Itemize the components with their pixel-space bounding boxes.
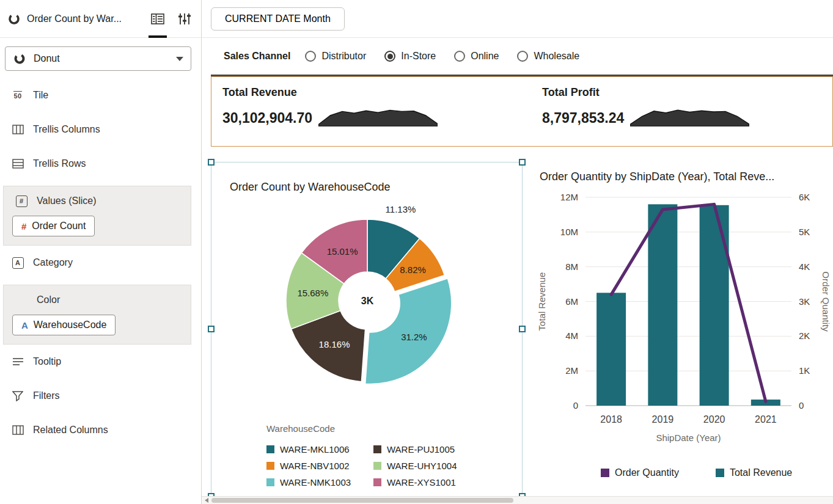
radio-label: Online (471, 51, 499, 62)
radio-option-wholesale[interactable]: Wholesale (517, 51, 579, 62)
horizontal-scrollbar[interactable] (202, 496, 833, 504)
legend-label: Total Revenue (730, 467, 792, 478)
legend-item[interactable]: WARE-PUJ1005 (373, 441, 480, 458)
legend-label: WARE-MKL1006 (280, 444, 350, 455)
radio-icon[interactable] (384, 51, 395, 62)
sidebar-item-tile[interactable]: 50 Tile (0, 78, 201, 112)
legend-swatch (601, 469, 609, 477)
values-slice-header: # Values (Slice) (4, 186, 191, 216)
canvas-area: Sales Channel Distributor In-Store Onlin… (202, 38, 833, 504)
sidebar-item-trellis-rows[interactable]: Trellis Rows (0, 147, 201, 181)
legend-label: WARE-UHY1004 (387, 461, 457, 471)
sidebar-item-tooltip[interactable]: Tooltip (0, 345, 201, 379)
sidebar-item-label: Filters (33, 390, 60, 401)
scroll-left-icon[interactable] (205, 498, 208, 503)
svg-text:0: 0 (573, 400, 578, 411)
svg-text:10M: 10M (560, 227, 578, 237)
legend-swatch (716, 469, 724, 477)
radio-icon[interactable] (305, 51, 316, 62)
tile-label: Total Profit (542, 86, 832, 99)
radio-label: Distributor (321, 51, 366, 62)
sidebar-item-trellis-columns[interactable]: Trellis Columns (0, 112, 201, 147)
radio-icon[interactable] (454, 51, 465, 62)
tiles-row: Total Revenue 30,102,904.70 Total Profit… (211, 76, 833, 147)
svg-text:15.01%: 15.01% (327, 246, 358, 257)
svg-text:6K: 6K (799, 192, 810, 202)
svg-text:6M: 6M (565, 296, 578, 307)
donut-chart[interactable]: 11.13%8.82%31.2%18.16%15.68%15.01%3K (211, 199, 523, 394)
sidebar-item-label: Related Columns (33, 425, 108, 436)
svg-text:12M: 12M (560, 192, 578, 202)
app-header: Order Count by War... CURRENT DATE Month (0, 0, 833, 38)
values-slice-section[interactable]: # Values (Slice) # Order Count (3, 186, 191, 246)
viz-type-value: Donut (34, 53, 60, 64)
svg-text:4K: 4K (799, 261, 810, 272)
legend-item[interactable]: Total Revenue (716, 467, 792, 478)
category-box-icon: A (11, 257, 24, 269)
radio-label: In-Store (401, 51, 436, 62)
legend-item[interactable]: WARE-XYS1001 (373, 474, 480, 491)
related-columns-icon (11, 425, 24, 435)
order-count-chip[interactable]: # Order Count (12, 216, 95, 236)
total-revenue-tile[interactable]: Total Revenue 30,102,904.70 (211, 77, 523, 146)
svg-text:Total Revenue: Total Revenue (537, 272, 547, 331)
tile-icon: 50 (11, 91, 24, 100)
tooltip-list-icon (11, 357, 24, 367)
legend-item[interactable]: Order Quantity (601, 467, 679, 478)
radio-option-online[interactable]: Online (454, 51, 499, 62)
viz-type-selector[interactable]: Donut (5, 46, 191, 71)
legend-item[interactable]: WARE-UHY1004 (373, 458, 480, 474)
sidebar-item-label: Tooltip (33, 356, 61, 367)
resize-handle[interactable] (208, 159, 215, 166)
scrollbar-thumb[interactable] (211, 498, 513, 503)
donut-visualization[interactable]: Order Count by WarehouseCode 11.13%8.82%… (211, 162, 523, 497)
legend-label: WARE-NBV1002 (280, 461, 350, 471)
donut-legend: WarehouseCode WARE-MKL1006 WARE-NBV1002 (266, 423, 522, 491)
legend-label: Order Quantity (615, 467, 679, 478)
svg-text:11.13%: 11.13% (386, 204, 416, 214)
legend-label: WARE-XYS1001 (387, 477, 456, 488)
radio-option-distributor[interactable]: Distributor (305, 51, 366, 62)
trellis-columns-icon (11, 125, 24, 134)
radio-option-in-store[interactable]: In-Store (384, 51, 436, 62)
legend-item[interactable]: WARE-NBV1002 (266, 458, 373, 474)
date-filter-chip[interactable]: CURRENT DATE Month (211, 7, 345, 31)
resize-handle[interactable] (208, 326, 215, 332)
svg-text:0: 0 (799, 400, 804, 411)
grammar-sidebar: Donut 50 Tile Trellis Columns Trellis Ro… (0, 38, 202, 504)
grammar-panel-icon[interactable] (147, 0, 168, 38)
color-section[interactable]: Color A WarehouseCode (3, 285, 191, 345)
combo-chart-title: Order Quantity by ShipDate (Year), Total… (540, 170, 833, 183)
svg-text:2019: 2019 (652, 414, 674, 425)
sidebar-item-category[interactable]: A Category (0, 246, 201, 280)
number-box-icon: # (15, 195, 28, 207)
color-header: Color (4, 285, 191, 315)
legend-item[interactable]: WARE-MKL1006 (266, 441, 373, 458)
combo-visualization[interactable]: Order Quantity by ShipDate (Year), Total… (530, 162, 833, 497)
sidebar-item-label: Category (33, 257, 73, 268)
filter-funnel-icon (11, 391, 24, 401)
sparkline-chart (318, 106, 438, 126)
svg-text:8M: 8M (565, 261, 578, 272)
settings-sliders-icon[interactable] (174, 0, 195, 38)
svg-text:5K: 5K (799, 227, 810, 237)
donut-viz-icon (7, 12, 21, 26)
warehousecode-chip[interactable]: A WarehouseCode (12, 315, 116, 335)
svg-text:2018: 2018 (600, 414, 622, 425)
sidebar-item-related-columns[interactable]: Related Columns (0, 413, 201, 447)
combo-legend: Order Quantity Total Revenue (601, 467, 833, 478)
sidebar-item-filters[interactable]: Filters (0, 379, 201, 413)
total-profit-tile[interactable]: Total Profit 8,797,853.24 (531, 77, 832, 146)
combo-chart[interactable]: 002M1K4M2K6M3K8M4K10M5K12M6K201820192020… (530, 187, 833, 447)
svg-text:2K: 2K (799, 331, 810, 341)
chip-label: Order Count (32, 221, 86, 232)
legend-label: WARE-PUJ1005 (387, 444, 455, 455)
legend-swatch (266, 462, 274, 470)
legend-swatch (373, 478, 381, 486)
legend-item[interactable]: WARE-NMK1003 (266, 474, 373, 491)
svg-text:4M: 4M (565, 331, 578, 341)
svg-text:31.2%: 31.2% (401, 332, 427, 342)
radio-icon[interactable] (517, 51, 528, 62)
resize-handle[interactable] (519, 159, 526, 166)
resize-handle[interactable] (519, 326, 526, 332)
